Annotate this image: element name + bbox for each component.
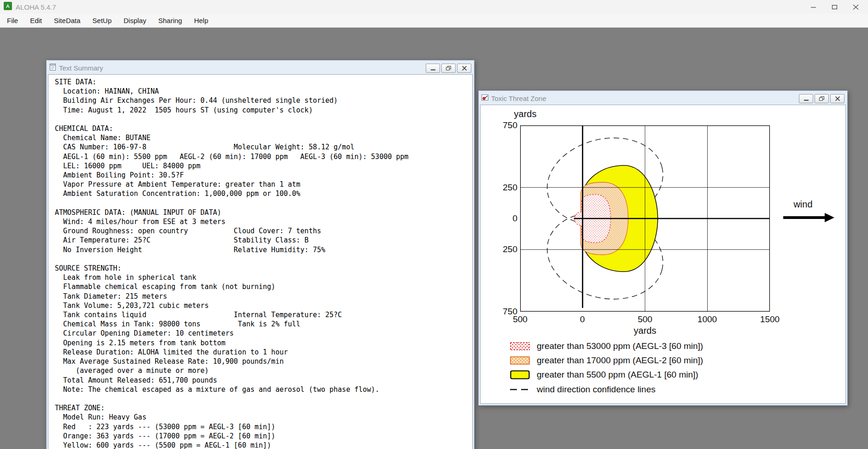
report-line: Yellow: 600 yards --- (5500 ppm = AEGL-1…: [55, 441, 470, 449]
legend-row-aegl3: greater than 53000 ppm (AEGL-3 [60 min]): [510, 341, 703, 351]
report-line: AEGL-1 (60 min): 5500 ppm AEGL-2 (60 min…: [55, 152, 470, 161]
x-tick-1000: 1000: [693, 314, 721, 325]
close-button[interactable]: [830, 94, 845, 103]
legend-label: greater than 17000 ppm (AEGL-2 [60 min]): [537, 355, 703, 366]
x-tick-500: 500: [631, 314, 659, 325]
y-tick-0: 0: [494, 213, 517, 224]
report-line: SITE DATA:: [55, 77, 470, 87]
legend-label: wind direction confidence lines: [537, 384, 656, 395]
app-titlebar[interactable]: ALOHA 5.4.7: [0, 0, 868, 14]
legend-label: greater than 5500 ppm (AEGL-1 [60 min]): [537, 370, 698, 380]
report-line: Total Amount Released: 651,700 pounds: [55, 376, 470, 385]
report-line: Orange: 363 yards --- (17000 ppm = AEGL-…: [55, 431, 470, 441]
window-controls: [798, 94, 845, 103]
report-line: Tank Diameter: 215 meters: [55, 292, 470, 301]
restore-button[interactable]: [815, 94, 829, 103]
report-line: Note: The chemical escaped as a mixture …: [55, 385, 470, 394]
report-line: [55, 199, 470, 208]
report-line: Leak from hole in spherical tank: [55, 273, 470, 282]
text-summary-window: Text Summary SITE DATA: Location: HAINAN…: [46, 60, 475, 449]
report-line: Tank Volume: 5,203,721 cubic meters: [55, 301, 470, 310]
report-line: LEL: 16000 ppm UEL: 84000 ppm: [55, 161, 470, 171]
x-tick-0: 0: [569, 314, 596, 325]
report-line: [55, 394, 470, 403]
app-maximize-button[interactable]: [824, 0, 845, 14]
close-button[interactable]: [457, 64, 471, 73]
report-line: Circular Opening Diameter: 10 centimeter…: [55, 329, 470, 338]
wind-arrow-icon: [782, 212, 835, 223]
menu-item[interactable]: Display: [117, 14, 152, 27]
report-line: Flammable chemical escaping from tank (n…: [55, 282, 470, 291]
menu-item[interactable]: Help: [188, 14, 214, 27]
threat-zone-chart-icon: [481, 94, 488, 103]
restore-button[interactable]: [441, 64, 456, 73]
window-title: Text Summary: [59, 64, 424, 72]
app-title: ALOHA 5.4.7: [16, 3, 56, 11]
aloha-app-icon: [4, 2, 12, 12]
text-summary-report: SITE DATA: Location: HAINAN, CHINA Build…: [48, 75, 472, 449]
report-line: Ambient Boiling Point: 30.5?F: [55, 171, 470, 180]
report-line: Red : 223 yards --- (53000 ppm = AEGL-3 …: [55, 422, 470, 431]
report-line: THREAT ZONE:: [55, 403, 470, 413]
menu-bar: FileEditSiteDataSetUpDisplaySharingHelp: [0, 14, 868, 28]
report-line: Opening is 2.15 meters from tank bottom: [55, 338, 470, 348]
report-line: Location: HAINAN, CHINA: [55, 87, 470, 96]
threat-zone-titlebar[interactable]: Toxic Threat Zone: [480, 92, 846, 105]
y-tick-250-top: 250: [494, 183, 517, 193]
app-minimize-button[interactable]: [803, 0, 824, 14]
report-line: SOURCE STRENGTH:: [55, 264, 470, 273]
report-line: Chemical Mass in Tank: 98000 tons Tank i…: [55, 319, 470, 329]
report-line: ATMOSPHERIC DATA: (MANUAL INPUT OF DATA): [55, 208, 470, 217]
menu-item[interactable]: Sharing: [152, 14, 188, 27]
report-line: [55, 115, 470, 124]
report-line: [55, 254, 470, 264]
minimize-button[interactable]: [426, 64, 440, 73]
report-line: Tank contains liquid Internal Temperatur…: [55, 310, 470, 319]
app-close-button[interactable]: [845, 0, 866, 14]
report-line: (averaged over a minute or more): [55, 366, 470, 375]
report-line: CHEMICAL DATA:: [55, 124, 470, 133]
orange-stipple-swatch-icon: [510, 356, 530, 365]
report-line: Model Run: Heavy Gas: [55, 413, 470, 422]
x-axis-title: yards: [622, 325, 668, 336]
report-line: No Inversion Height Relative Humidity: 7…: [55, 245, 470, 254]
report-line: Ground Roughness: open country Cloud Cov…: [55, 226, 470, 236]
legend-row-aegl2: greater than 17000 ppm (AEGL-2 [60 min]): [510, 355, 703, 366]
legend-row-confidence: wind direction confidence lines: [510, 384, 656, 395]
legend-label: greater than 53000 ppm (AEGL-3 [60 min]): [537, 341, 703, 351]
text-document-icon: [49, 64, 56, 72]
red-dotted-swatch-icon: [510, 342, 530, 350]
window-title: Toxic Threat Zone: [491, 95, 798, 102]
report-line: Time: August 1, 2022 1505 hours ST (usin…: [55, 106, 470, 115]
threat-zone-plot: [520, 125, 770, 312]
report-line: Ambient Saturation Concentration: 1,000,…: [55, 189, 470, 198]
text-summary-content: SITE DATA: Location: HAINAN, CHINA Build…: [48, 74, 473, 449]
x-tick-1500: 1500: [756, 314, 784, 325]
report-line: Max Average Sustained Release Rate: 10,9…: [55, 357, 470, 366]
toxic-threat-zone-window: Toxic Threat Zone yards yards 750 250 0: [478, 90, 848, 406]
threat-zone-content: yards yards 750 250 0 250 750 500 0 500 …: [480, 105, 846, 404]
legend-row-aegl1: greater than 5500 ppm (AEGL-1 [60 min]): [510, 370, 698, 380]
x-tick-minus500: 500: [506, 314, 534, 325]
menu-item[interactable]: SiteData: [48, 14, 87, 27]
window-controls: [424, 64, 471, 73]
mdi-background: Text Summary SITE DATA: Location: HAINAN…: [0, 28, 868, 449]
dashed-line-swatch-icon: [510, 385, 530, 394]
report-line: Air Temperature: 25?C Stability Class: B: [55, 236, 470, 245]
app-window-controls: [803, 0, 866, 14]
y-axis-title: yards: [504, 109, 546, 119]
menu-item[interactable]: Edit: [24, 14, 48, 27]
report-line: Release Duration: ALOHA limited the dura…: [55, 348, 470, 357]
text-summary-titlebar[interactable]: Text Summary: [48, 62, 473, 74]
report-line: Building Air Exchanges Per Hour: 0.44 (u…: [55, 96, 470, 105]
report-line: Wind: 4 miles/hour from ESE at 3 meters: [55, 217, 470, 226]
report-line: Vapor Pressure at Ambient Temperature: g…: [55, 180, 470, 189]
report-line: Chemical Name: BUTANE: [55, 133, 470, 142]
menu-item[interactable]: SetUp: [87, 14, 118, 27]
report-line: CAS Number: 106-97-8 Molecular Weight: 5…: [55, 142, 470, 152]
minimize-button[interactable]: [799, 94, 813, 103]
wind-label: wind: [785, 199, 821, 210]
menu-item[interactable]: File: [1, 14, 24, 27]
y-tick-250-bottom: 250: [494, 244, 517, 254]
yellow-solid-swatch-icon: [510, 370, 530, 379]
